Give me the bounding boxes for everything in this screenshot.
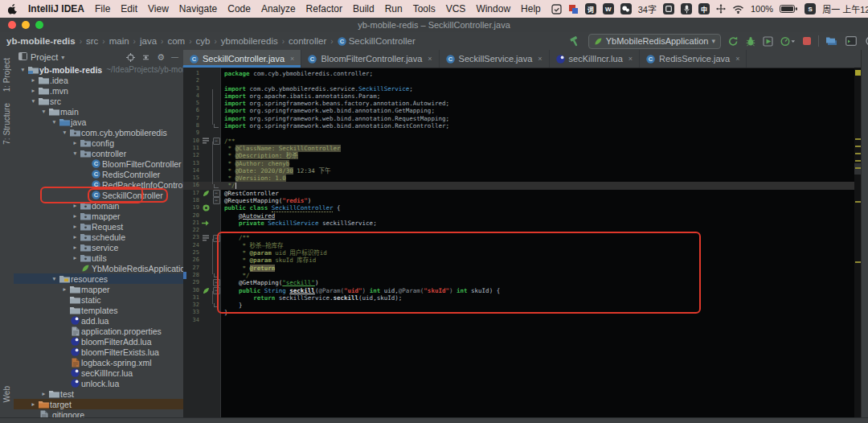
chevron-right-icon[interactable]: ▸ <box>29 400 38 408</box>
menu-file[interactable]: File <box>95 3 110 14</box>
menu-view[interactable]: View <box>148 3 169 14</box>
dict-app-icon[interactable]: 词 <box>585 3 596 14</box>
tree-item-.idea[interactable]: ▸.idea <box>14 75 183 85</box>
screenshot-app-icon[interactable] <box>568 4 579 14</box>
code-pane[interactable]: 1package com.cyb.ybmobileredis.controlle… <box>183 70 854 324</box>
close-icon[interactable]: × <box>290 55 294 63</box>
close-window-button[interactable] <box>8 21 16 29</box>
chevron-down-icon[interactable]: ▾ <box>18 66 27 73</box>
menu-edit[interactable]: Edit <box>121 3 137 14</box>
tree-item-controller[interactable]: ▾controller <box>14 148 183 158</box>
editor-tab-secKillIncr.lua[interactable]: secKillIncr.lua× <box>550 50 641 68</box>
breadcrumb-SeckillController[interactable]: C SeckillController <box>338 36 416 46</box>
tool-window-button--structure[interactable]: 7: Structure <box>2 103 11 145</box>
chevron-right-icon[interactable]: ▸ <box>29 87 38 94</box>
chevron-down-icon[interactable]: ▾ <box>71 150 80 157</box>
move-icon[interactable] <box>716 4 726 14</box>
menu-window[interactable]: Window <box>476 3 510 14</box>
wifi-icon[interactable] <box>732 5 744 14</box>
tree-item-resources[interactable]: ▾resources <box>14 273 183 284</box>
chevron-down-icon[interactable]: ▾ <box>39 108 48 115</box>
breadcrumb-java[interactable]: java <box>140 36 157 46</box>
menu-run[interactable]: Run <box>385 3 403 14</box>
word-app-icon[interactable]: W <box>603 3 614 14</box>
run-configuration-select[interactable]: YbMobileRedisApplication▾ <box>588 34 721 49</box>
comment-gutter-icon[interactable] <box>201 138 211 144</box>
breadcrumb-cyb[interactable]: cyb <box>195 36 210 46</box>
status-text[interactable]: 周一 上午12:17 <box>822 2 868 15</box>
search-everywhere-button[interactable] <box>864 36 868 46</box>
minimize-window-button[interactable] <box>22 21 30 29</box>
tree-item-.mvn[interactable]: ▸.mvn <box>14 85 183 96</box>
stop-button[interactable] <box>803 37 811 45</box>
menu-code[interactable]: Code <box>227 3 251 14</box>
coverage-button[interactable] <box>763 36 773 47</box>
s-app-icon[interactable]: S <box>805 3 816 14</box>
editor-tab-RedisService.java[interactable]: CRedisService.java× <box>640 50 747 68</box>
warning-stripe-mark[interactable] <box>855 201 861 203</box>
fold-marker[interactable]: − <box>213 197 220 204</box>
tree-item-mapper[interactable]: ▸mapper <box>14 211 183 221</box>
code-editor[interactable]: 1package com.cyb.ybmobileredis.controlle… <box>183 68 862 418</box>
tree-item-secKillIncr.lua[interactable]: secKillIncr.lua <box>14 368 183 378</box>
breadcrumb-main[interactable]: main <box>109 36 129 46</box>
tree-item-src[interactable]: ▾src <box>14 96 183 106</box>
tree-item-static[interactable]: static <box>14 294 183 305</box>
project-panel-title[interactable]: Project <box>31 52 58 62</box>
fold-marker[interactable]: − <box>213 190 220 197</box>
tree-item-application.properties[interactable]: application.properties <box>14 326 183 336</box>
spring-leaf-gutter-icon[interactable] <box>201 190 211 197</box>
terminal-button[interactable] <box>845 36 857 46</box>
tree-item-Request[interactable]: ▸Request <box>14 221 183 232</box>
breadcrumb-ybmobileredis[interactable]: ybmobileredis <box>221 36 278 46</box>
menu-tools[interactable]: Tools <box>413 3 436 14</box>
tree-item-BloomFilterController[interactable]: CBloomFilterController <box>14 158 183 169</box>
tree-item-service[interactable]: ▸service <box>14 242 183 253</box>
tree-item-bloomFilterAdd.lua[interactable]: bloomFilterAdd.lua <box>14 336 183 347</box>
chevron-right-icon[interactable]: ▸ <box>71 139 80 146</box>
tree-item-yb-mobile-redis[interactable]: ▾yb-mobile-redis~/IdeaProjects/yb-mobile… <box>14 64 183 75</box>
tree-item-logback-spring.xml[interactable]: logback-spring.xml <box>14 357 183 368</box>
battery-icon[interactable] <box>780 5 798 13</box>
warning-stripe-mark[interactable] <box>855 261 861 263</box>
fold-end-marker[interactable] <box>214 303 219 307</box>
tree-item-add.lua[interactable]: add.lua <box>14 315 183 326</box>
menu-build[interactable]: Build <box>353 3 375 14</box>
close-icon[interactable]: × <box>735 55 739 63</box>
close-icon[interactable]: × <box>538 55 542 63</box>
build-hammer-button[interactable] <box>570 36 581 47</box>
tree-item-bloomFilterExists.lua[interactable]: bloomFilterExists.lua <box>14 347 183 357</box>
fold-end-marker[interactable] <box>214 273 219 277</box>
chevron-right-icon[interactable]: ▸ <box>71 212 80 220</box>
wechat-app-icon[interactable] <box>620 3 632 14</box>
chevron-right-icon[interactable]: ▸ <box>71 202 80 209</box>
mic-icon[interactable] <box>681 3 692 14</box>
hide-panel-button[interactable]: — <box>171 53 178 61</box>
chevron-right-icon[interactable]: ▸ <box>39 390 48 397</box>
status-text[interactable]: 34字 <box>638 2 657 15</box>
tool-window-button--project[interactable]: 1: Project <box>2 58 11 92</box>
chevron-down-icon[interactable]: ▾ <box>29 97 38 105</box>
clipboard-app-icon[interactable] <box>551 4 562 14</box>
fold-marker[interactable]: − <box>213 138 220 145</box>
fold-end-marker[interactable] <box>214 124 219 128</box>
tree-item-com.cyb.ybmobileredis[interactable]: ▾com.cyb.ybmobileredis <box>14 127 183 138</box>
tool-windows-button[interactable] <box>826 36 838 46</box>
tree-item-target[interactable]: ▸target <box>14 399 183 409</box>
spring-leaf-gutter-icon[interactable] <box>201 287 211 294</box>
breadcrumb-controller[interactable]: controller <box>289 36 326 46</box>
warning-stripe-mark[interactable] <box>855 138 861 140</box>
breadcrumb-src[interactable]: src <box>86 36 98 46</box>
tree-item-config[interactable]: ▸config <box>14 138 183 148</box>
spring-bean-gutter-icon[interactable] <box>201 204 211 212</box>
chevron-right-icon[interactable]: ▸ <box>29 76 38 84</box>
tree-item-RedisController[interactable]: CRedisController <box>14 169 183 179</box>
menu-help[interactable]: Help <box>521 3 541 14</box>
apple-menu-icon[interactable] <box>8 3 18 14</box>
warning-stripe-mark[interactable] <box>855 146 861 147</box>
chevron-down-icon[interactable]: ▾ <box>50 118 59 125</box>
editor-tab-BloomFilterController.java[interactable]: CBloomFilterController.java× <box>301 50 439 68</box>
breadcrumb-com[interactable]: com <box>167 36 185 46</box>
window-title-bar[interactable]: yb-mobile-redis – SeckillController.java <box>0 18 868 33</box>
chevron-right-icon[interactable]: ▸ <box>71 223 80 230</box>
